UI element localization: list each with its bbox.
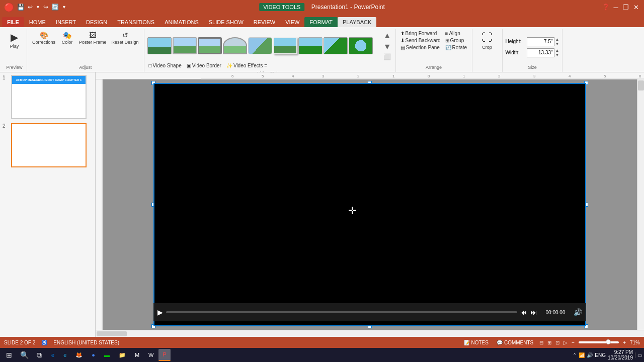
scrollbar-thumb-v[interactable] [638,80,644,90]
right-scrollbar[interactable] [637,79,644,330]
tab-design[interactable]: DESIGN [81,17,112,27]
taskbar-clock[interactable]: 9:27 PM 10/20/2019 [608,349,633,360]
video-shape-button[interactable]: □ Video Shape [147,62,183,69]
tab-slideshow[interactable]: SLIDE SHOW [204,17,249,27]
tab-view[interactable]: VIEW [280,17,304,27]
video-style-5[interactable] [248,37,272,54]
taskbar-app8[interactable]: W [144,349,157,361]
video-timeline[interactable] [166,311,517,313]
view-slide-sorter-icon[interactable]: ⊞ [547,340,551,345]
video-style-1[interactable] [147,37,172,54]
tab-file[interactable]: FILE [2,17,24,27]
slide-item-2[interactable]: 2 [3,123,93,167]
close-btn[interactable]: ✕ [632,3,640,11]
height-up[interactable]: ▲ [555,37,559,42]
video-forward-btn[interactable]: ⏭ [530,308,537,316]
styles-scroll-up[interactable]: ▲ [382,30,392,41]
search-button[interactable]: 🔍 [17,349,31,361]
crop-button[interactable]: ⛶ Crop [479,30,495,51]
taskbar-firefox[interactable]: 🦊 [71,349,87,361]
view-slideshow-icon[interactable]: ▷ [564,340,568,345]
slide-thumb-1[interactable]: AFMOV RESEARCH BOOT CAMP CHAPTER 1 [11,75,87,119]
tab-animations[interactable]: ANIMATIONS [159,17,204,27]
video-style-2[interactable] [173,37,197,54]
zoom-out-icon[interactable]: − [572,340,575,345]
taskbar-network[interactable]: 📶 [579,352,585,358]
slide-thumb-2[interactable] [11,123,87,167]
slide-item-1[interactable]: 1 AFMOV RESEARCH BOOT CAMP CHAPTER 1 [3,75,93,119]
video-border-button[interactable]: ▣ Video Border [185,62,223,69]
save-btn[interactable]: 💾 [16,3,26,12]
video-style-9[interactable] [349,37,373,54]
bring-forward-icon: ⬆ [400,31,405,36]
view-reading-icon[interactable]: ⊡ [555,340,559,345]
tab-format[interactable]: FORMAT [304,17,338,27]
align-button[interactable]: ≡ Align [444,30,469,37]
play-button[interactable]: ▶ Play [8,30,21,50]
group-button[interactable]: ⊞ Group - [444,37,469,44]
notes-button[interactable]: 📝 NOTES [462,340,491,345]
taskbar-show-desktop[interactable]: ▭ [635,352,642,358]
task-view-button[interactable]: ⧉ [32,349,46,361]
corrections-button[interactable]: 🎨 Corrections [30,30,57,46]
zoom-slider[interactable] [579,341,619,343]
color-button[interactable]: 🎭 Color [58,30,76,46]
zoom-thumb[interactable] [606,339,611,344]
send-backward-button[interactable]: ⬇ Send Backward [399,37,442,44]
width-input[interactable] [527,48,554,57]
help-btn[interactable]: ❓ [602,3,610,11]
start-button[interactable]: ⊞ [2,349,16,361]
comments-button[interactable]: 💬 COMMENTS [495,340,535,345]
width-down[interactable]: ▼ [555,53,559,57]
zoom-value[interactable]: 71% [630,340,640,345]
repeat-btn[interactable]: 🔄 [50,3,60,12]
reset-design-button[interactable]: ↺ Reset Design [110,30,141,46]
taskbar-lang[interactable]: ENG [595,352,606,358]
minimize-btn[interactable]: ─ [612,3,620,11]
taskbar-volume[interactable]: 🔊 [587,352,593,358]
qat-more[interactable]: ▼ [61,4,67,11]
taskbar-edge[interactable]: e [47,349,58,361]
taskbar-ie[interactable]: e [59,349,70,361]
styles-expand[interactable]: ⬜ [382,52,392,61]
height-input[interactable] [527,37,554,46]
poster-frame-button[interactable]: 🖼 Poster Frame [77,30,109,46]
view-normal-icon[interactable]: ⊟ [539,340,543,345]
video-style-4[interactable] [223,37,247,54]
slide-num-2: 2 [3,123,9,129]
taskbar-systray[interactable]: ⌃ [573,352,577,358]
zoom-in-icon[interactable]: + [623,340,626,345]
restore-btn[interactable]: ❐ [622,3,630,11]
bring-forward-button[interactable]: ⬆ Bring Forward [399,30,442,37]
video-rewind-btn[interactable]: ⏮ [520,308,527,316]
undo-btn[interactable]: ↩ [27,3,34,12]
video-style-7[interactable] [298,37,323,54]
tab-home[interactable]: HOME [24,17,51,27]
styles-scroll-down[interactable]: ▼ [382,41,392,52]
rotate-button[interactable]: 🔃 Rotate [444,44,469,51]
video-effects-button[interactable]: ✨ Video Effects = [225,62,269,69]
ruler-v-svg [96,79,103,330]
taskbar-app7[interactable]: M [131,349,143,361]
tab-review[interactable]: REVIEW [249,17,280,27]
tab-playback[interactable]: PLAYBACK [338,17,376,27]
redo-btn[interactable]: ↪ [42,3,49,12]
taskbar-chrome[interactable]: ● [88,349,99,361]
video-style-8[interactable] [324,37,348,54]
taskbar-powerpoint[interactable]: P [158,349,170,361]
selection-pane-button[interactable]: ▤ Selection Pane [399,44,442,51]
video-style-6[interactable] [273,37,297,54]
tab-transitions[interactable]: TRANSITIONS [112,17,159,27]
tab-insert[interactable]: INSERT [51,17,81,27]
svg-text:6: 6 [639,74,641,78]
undo-dropdown[interactable]: ▼ [35,4,41,11]
video-volume-btn[interactable]: 🔊 [574,308,582,316]
scrollbar-thumb-h[interactable] [97,331,127,336]
height-down[interactable]: ▼ [555,42,559,46]
video-play-btn[interactable]: ▶ [157,308,163,316]
taskbar-line[interactable]: ▬ [100,349,114,361]
taskbar-files[interactable]: 📁 [115,349,130,361]
video-style-3[interactable] [198,37,222,54]
width-up[interactable]: ▲ [555,48,559,53]
bottom-scrollbar[interactable] [96,330,644,337]
